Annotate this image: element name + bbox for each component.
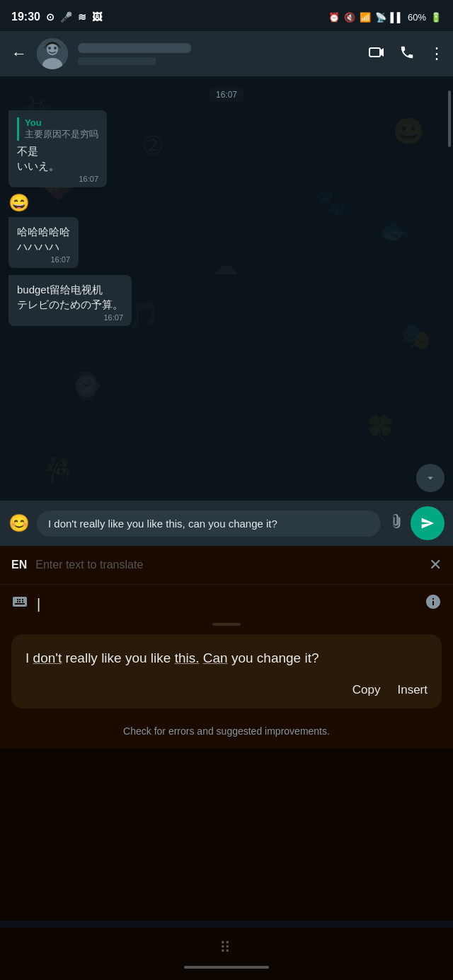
message-input[interactable]: I don't really like you like this, can y… [37,511,381,537]
keyboard-dots: ⠿ [219,939,234,957]
message-meta-3: 16:07 [17,313,123,322]
image-icon: 🖼 [92,11,102,23]
reply-quote: You 主要原因不是穷吗 [17,117,98,141]
avatar[interactable] [37,38,68,69]
call-icon: 📡 [375,12,386,23]
translate-placeholder-text[interactable]: Enter text to translate [35,559,420,571]
translation-result-card: I don't really like you like this. Can y… [11,634,442,708]
message-text-2: 哈哈哈哈哈ハハハハ [17,224,70,254]
battery-icon: 🔋 [430,12,442,23]
status-right: ⏰ 🔇 📶 📡 ▌▌ 60% 🔋 [328,12,442,23]
bottom-spacer [0,748,453,921]
signal-icon: ≋ [78,11,86,23]
message-text-3: budget留给电视机テレビのための予算。 [17,282,123,312]
phone-call-button[interactable] [399,45,415,64]
table-row: You 主要原因不是穷吗 不是いいえ。 16:07 😄 [8,110,445,213]
close-translation-button[interactable]: ✕ [429,556,442,574]
message-input-text: I don't really like you like this, can y… [48,518,277,530]
message-bubble-1[interactable]: You 主要原因不是穷吗 不是いいえ。 16:07 [8,110,107,187]
message-time-1: 16:07 [79,175,98,183]
attach-button[interactable] [388,513,403,533]
scrollbar-track[interactable] [448,76,452,501]
contact-info [75,43,361,65]
underlined-word-dont: don't [33,651,62,665]
time-badge: 16:07 [209,88,244,100]
contact-status-blurred [78,57,156,65]
quote-author: You [25,117,98,128]
card-actions: Copy Insert [25,683,428,697]
mic-icon: 🎤 [60,11,72,23]
errors-hint: Check for errors and suggested improveme… [0,720,453,748]
message-bubble-3[interactable]: budget留给电视机テレビのための予算。 16:07 [8,275,132,326]
home-indicator [184,966,269,969]
mute-icon: 🔇 [344,12,355,23]
svg-point-3 [48,47,51,49]
translate-header: EN Enter text to translate ✕ [0,546,453,585]
signal-bars-icon: ▌▌ [391,12,403,23]
bottom-nav: ⠿ [0,928,453,980]
translate-cursor[interactable]: | [37,596,416,612]
translation-panel: EN Enter text to translate ✕ | I don't r… [0,546,453,748]
keyboard-icon[interactable] [11,593,28,614]
header-actions: ⋮ [368,44,445,64]
status-left: 19:30 ⊙ 🎤 ≋ 🖼 [11,11,102,23]
instagram-icon: ⊙ [46,11,55,23]
info-icon[interactable] [425,593,442,614]
time-display: 19:30 [11,11,40,23]
language-badge: EN [11,559,27,571]
message-meta-2: 16:07 [17,255,70,264]
table-row: 哈哈哈哈哈ハハハハ 16:07 [8,217,445,271]
copy-button[interactable]: Copy [352,683,381,697]
battery-display: 60% [408,12,426,23]
message-time-2: 16:07 [50,255,70,264]
svg-point-4 [54,47,57,49]
menu-button[interactable]: ⋮ [429,45,445,63]
translate-input-row: | [0,585,453,623]
message-bubble-2[interactable]: 哈哈哈哈哈ハハハハ 16:07 [8,217,79,268]
wifi-icon: 📶 [360,12,371,23]
back-button[interactable]: ← [8,42,30,66]
emoji-button[interactable]: 😊 [8,513,30,533]
message-text-1: 不是いいえ。 [17,144,98,173]
video-call-button[interactable] [368,44,385,64]
translated-text: I don't really like you like this. Can y… [25,648,428,669]
chat-area: 🚲 😀 💝 🐟 ② 🌿 🎭 ☁ ⌚ 🍀 🐾 🎵 🎋 16:07 You 主要原因… [0,76,453,501]
quote-text: 主要原因不是穷吗 [25,128,98,141]
scroll-down-button[interactable] [416,464,445,492]
emoji-reaction: 😄 [8,193,30,213]
message-meta-1: 16:07 [17,175,98,183]
send-button[interactable] [411,506,445,540]
drag-handle [212,623,241,626]
message-input-bar: 😊 I don't really like you like this, can… [0,501,453,546]
status-bar: 19:30 ⊙ 🎤 ≋ 🖼 ⏰ 🔇 📶 📡 ▌▌ 60% 🔋 [0,0,453,31]
table-row: budget留给电视机テレビのための予算。 16:07 [8,275,445,329]
contact-name-blurred [78,43,191,53]
underlined-word-can: Can [203,651,228,665]
scrollbar-thumb [448,91,451,147]
message-time-3: 16:07 [103,313,123,322]
underlined-word-this: this. [175,651,200,665]
alarm-icon: ⏰ [328,12,340,23]
svg-rect-5 [369,48,380,57]
chat-header: ← ⋮ [0,31,453,76]
insert-button[interactable]: Insert [397,683,428,697]
